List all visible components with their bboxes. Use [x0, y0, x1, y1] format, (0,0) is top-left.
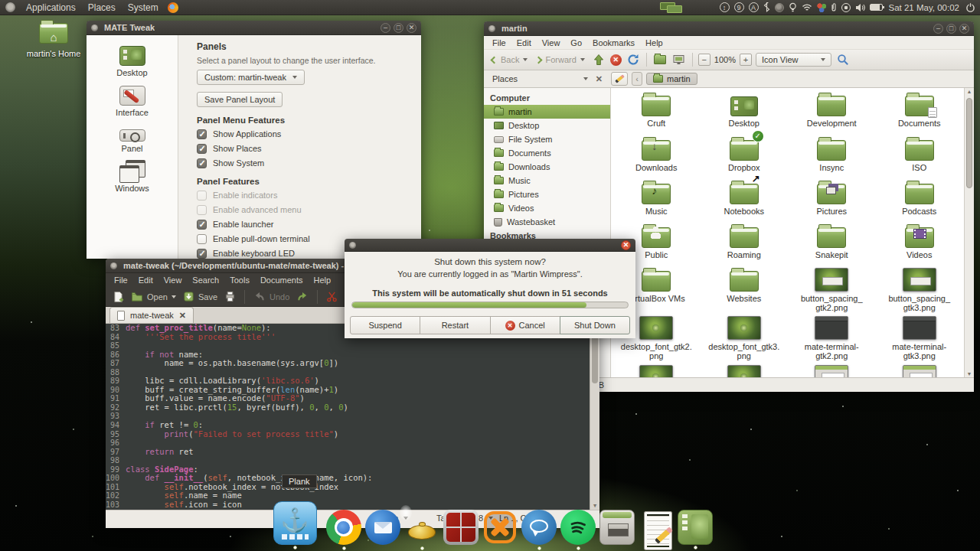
dock-item-orange-x-app[interactable]: [482, 510, 518, 545]
breadcrumb-martin[interactable]: martin: [646, 73, 697, 85]
dock-item-text-editor-app[interactable]: [639, 510, 674, 545]
caja-sidebar-item-downloads[interactable]: Downloads: [484, 160, 610, 174]
close-sidebar-icon[interactable]: ✕: [596, 74, 603, 84]
mate-tweak-titlebar[interactable]: MATE Tweak – □ ✕: [87, 21, 421, 35]
dock-item-caja-files[interactable]: [678, 510, 713, 545]
tweak-sidebar-item-desktop[interactable]: Desktop: [87, 46, 178, 77]
zoom-in-button[interactable]: +: [740, 54, 752, 66]
caja-sidebar-item-martin[interactable]: martin: [484, 105, 610, 119]
tab-mate-tweak[interactable]: mate-tweak✕: [109, 307, 194, 323]
restart-button[interactable]: Restart: [420, 316, 490, 334]
caja-menu-go[interactable]: Go: [565, 38, 587, 47]
dock-item-genie-lamp-app[interactable]: [404, 510, 439, 545]
tweak-sidebar-item-panel[interactable]: Panel: [87, 126, 178, 153]
caja-scrollbar[interactable]: ▲ ▼: [964, 88, 974, 377]
brightness-icon[interactable]: [789, 2, 797, 12]
maximize-button[interactable]: □: [394, 23, 403, 33]
pluma-menu-tools[interactable]: Tools: [224, 276, 255, 285]
window-menu-icon[interactable]: [488, 25, 495, 32]
menu-applications[interactable]: Applications: [20, 0, 82, 15]
file-item-insync[interactable]: Insync: [788, 137, 876, 181]
file-item-snakepit[interactable]: Snakepit: [788, 224, 876, 268]
desktop-home-icon[interactable]: ⌂ martin's Home: [17, 23, 90, 58]
pluma-menu-documents[interactable]: Documents: [255, 276, 309, 285]
dock-item-plank-anchor[interactable]: ⚓: [273, 501, 317, 545]
dialog-titlebar[interactable]: ✕: [345, 239, 635, 252]
caja-sidebar-item-videos[interactable]: Videos: [484, 201, 610, 215]
file-item-development[interactable]: Development: [788, 93, 876, 137]
tweak-sidebar-item-windows[interactable]: Windows: [87, 161, 178, 193]
caja-sidebar-item-pictures[interactable]: Pictures: [484, 187, 610, 201]
view-mode-combo[interactable]: Icon View: [756, 53, 832, 67]
keyboard-indicator-a-icon[interactable]: A: [749, 2, 759, 12]
cancel-button[interactable]: ✕Cancel: [490, 316, 560, 334]
caja-sidebar-item-music[interactable]: Music: [484, 174, 610, 187]
redo-button[interactable]: [296, 291, 309, 302]
caja-sidebar-item-documents[interactable]: Documents: [484, 146, 610, 160]
caja-menu-view[interactable]: View: [537, 38, 566, 47]
tweak-sidebar-item-interface[interactable]: Interface: [87, 86, 178, 117]
breadcrumb-scroll-left-button[interactable]: ‹: [632, 72, 642, 86]
dock-item-hexchat[interactable]: [521, 510, 557, 545]
pluma-menu-help[interactable]: Help: [309, 276, 337, 285]
sidebar-mode-combo[interactable]: Places✕: [488, 73, 607, 86]
scrollbar-thumb[interactable]: [966, 98, 972, 188]
file-item-mate-terminal-gtk2-png[interactable]: mate-terminal- gtk2.png: [788, 316, 876, 365]
file-item-button-spacing-gtk2-png[interactable]: button_spacing_ gtk2.png: [788, 268, 876, 316]
attachment-icon[interactable]: [831, 2, 837, 12]
file-item-pictures[interactable]: Pictures: [788, 181, 876, 224]
file-item-documents[interactable]: Documents: [876, 93, 964, 137]
dock-item-spotify[interactable]: [560, 510, 596, 545]
dock-item-chrome[interactable]: [326, 510, 361, 545]
suspend-button[interactable]: Suspend: [350, 316, 420, 334]
caja-sidebar-item-file-system[interactable]: File System: [484, 132, 610, 146]
caja-menu-bookmarks[interactable]: Bookmarks: [587, 38, 640, 47]
window-menu-icon[interactable]: [110, 262, 117, 269]
bluetooth-icon[interactable]: [763, 2, 770, 12]
window-menu-icon[interactable]: [349, 242, 356, 249]
caja-sidebar-item-desktop[interactable]: Desktop: [484, 119, 610, 132]
file-item-mate-terminal-gtk3-png[interactable]: mate-terminal- gtk3.png: [876, 316, 964, 365]
window-list-icon[interactable]: [660, 2, 686, 13]
open-button[interactable]: Open: [131, 291, 176, 302]
checkbox-show-applications[interactable]: Show Applications: [197, 129, 413, 139]
caja-menu-edit[interactable]: Edit: [511, 38, 537, 47]
file-item-roaming[interactable]: Roaming: [701, 224, 789, 268]
scroll-down-icon[interactable]: ▼: [965, 371, 974, 377]
print-button[interactable]: [224, 291, 236, 302]
menu-system[interactable]: System: [122, 0, 165, 15]
pluma-menu-file[interactable]: File: [109, 276, 133, 285]
zoom-out-button[interactable]: −: [698, 54, 710, 66]
forward-button[interactable]: Forward: [534, 54, 586, 66]
window-menu-icon[interactable]: [91, 24, 98, 31]
location-tracker-icon[interactable]: [841, 3, 851, 12]
edit-location-button[interactable]: [611, 72, 628, 86]
code-editor[interactable]: 83def set_proc_title(name=None):84 '''Se…: [106, 324, 599, 510]
file-item-cruft[interactable]: Cruft: [612, 93, 701, 137]
wifi-icon[interactable]: [802, 3, 812, 11]
pluma-menu-search[interactable]: Search: [187, 276, 224, 285]
file-item-videos[interactable]: Videos: [876, 224, 964, 268]
pluma-menu-view[interactable]: View: [158, 276, 188, 285]
cut-button[interactable]: [326, 291, 338, 302]
save-panel-layout-button[interactable]: Save Panel Layout: [197, 92, 283, 107]
back-button[interactable]: Back: [489, 54, 530, 66]
file-item-dropbox[interactable]: ✓Dropbox: [701, 137, 789, 181]
pluma-scrollbar[interactable]: ▲ ▼: [590, 324, 599, 510]
pluma-menu-edit[interactable]: Edit: [133, 276, 158, 285]
up-button[interactable]: [591, 52, 606, 67]
panel-layout-combo[interactable]: Custom: martin-tweak: [197, 70, 305, 85]
file-item-desktop[interactable]: Desktop: [701, 93, 789, 137]
reload-button[interactable]: [626, 52, 641, 67]
caja-menu-help[interactable]: Help: [640, 38, 668, 47]
dock-item-file-cabinet-app[interactable]: [599, 510, 635, 545]
file-item-podcasts[interactable]: Podcasts: [876, 181, 964, 224]
search-button[interactable]: [835, 52, 851, 67]
menu-places[interactable]: Places: [82, 0, 122, 15]
caja-menu-file[interactable]: File: [487, 38, 511, 47]
file-item-websites[interactable]: Websites: [701, 268, 789, 316]
file-item-iso[interactable]: ISO: [876, 137, 964, 181]
checkbox-enable-launcher[interactable]: Enable launcher: [197, 219, 413, 230]
shut-down-button[interactable]: Shut Down: [560, 316, 630, 334]
syncthing-icon[interactable]: [817, 3, 826, 12]
